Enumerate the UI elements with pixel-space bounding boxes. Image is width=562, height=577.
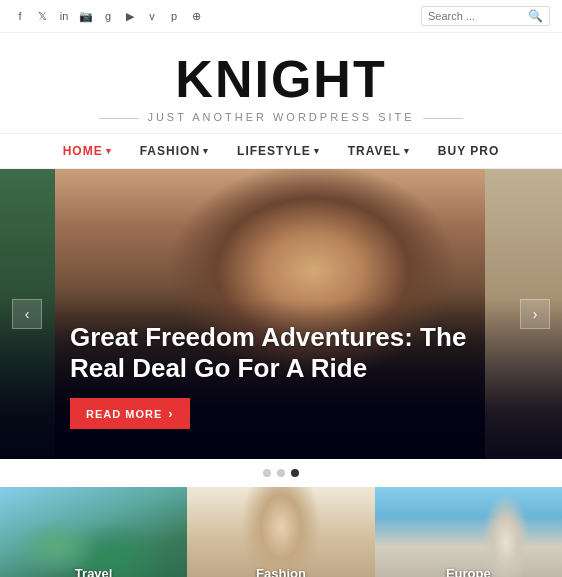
- nav-label-travel: TRAVEL: [348, 144, 401, 158]
- cards-row: Travel Fashion Europe: [0, 487, 562, 577]
- card-europe-label: Europe: [375, 566, 562, 577]
- card-travel-image: [0, 487, 187, 577]
- slider-dot-1[interactable]: [263, 469, 271, 477]
- nav-item-buy-pro[interactable]: BUY PRO: [438, 144, 499, 158]
- linkedin-icon[interactable]: in: [56, 8, 72, 24]
- googleplus-icon[interactable]: g: [100, 8, 116, 24]
- hero-read-more-button[interactable]: READ MORE ›: [70, 398, 190, 429]
- nav-item-home[interactable]: HOME ▾: [63, 144, 112, 158]
- pinterest-icon[interactable]: p: [166, 8, 182, 24]
- slider-dots: [0, 459, 562, 487]
- instagram-icon[interactable]: 📷: [78, 8, 94, 24]
- twitter-icon[interactable]: 𝕏: [34, 8, 50, 24]
- card-fashion[interactable]: Fashion: [187, 487, 374, 577]
- search-button[interactable]: 🔍: [528, 9, 543, 23]
- search-input[interactable]: [428, 10, 528, 22]
- chevron-down-icon: ▾: [314, 146, 320, 156]
- nav-label-home: HOME: [63, 144, 103, 158]
- hero-button-label: READ MORE: [86, 408, 162, 420]
- hero-title: Great Freedom Adventures: The Real Deal …: [70, 322, 472, 384]
- card-fashion-label: Fashion: [187, 566, 374, 577]
- chevron-down-icon: ▾: [106, 146, 112, 156]
- card-travel-label: Travel: [0, 566, 187, 577]
- main-nav: HOME ▾ FASHION ▾ LIFESTYLE ▾ TRAVEL ▾ BU…: [0, 134, 562, 169]
- hero-content: Great Freedom Adventures: The Real Deal …: [70, 322, 472, 429]
- nav-label-buy-pro: BUY PRO: [438, 144, 499, 158]
- nav-item-lifestyle[interactable]: LIFESTYLE ▾: [237, 144, 320, 158]
- card-fashion-image: [187, 487, 374, 577]
- site-title: KNIGHT: [0, 53, 562, 105]
- social-icons-group: f 𝕏 in 📷 g ▶ v p ⊕: [12, 8, 204, 24]
- site-tagline: JUST ANOTHER WORDPRESS SITE: [0, 111, 562, 123]
- card-europe[interactable]: Europe: [375, 487, 562, 577]
- nav-item-travel[interactable]: TRAVEL ▾: [348, 144, 410, 158]
- slider-dot-2[interactable]: [277, 469, 285, 477]
- facebook-icon[interactable]: f: [12, 8, 28, 24]
- vimeo-icon[interactable]: v: [144, 8, 160, 24]
- card-europe-image: [375, 487, 562, 577]
- slider-dot-3[interactable]: [291, 469, 299, 477]
- search-box: 🔍: [421, 6, 550, 26]
- youtube-icon[interactable]: ▶: [122, 8, 138, 24]
- nav-label-lifestyle: LIFESTYLE: [237, 144, 311, 158]
- card-travel[interactable]: Travel: [0, 487, 187, 577]
- nav-item-fashion[interactable]: FASHION ▾: [140, 144, 209, 158]
- slider-next-button[interactable]: ›: [520, 299, 550, 329]
- top-bar: f 𝕏 in 📷 g ▶ v p ⊕ 🔍: [0, 0, 562, 33]
- slider-prev-button[interactable]: ‹: [12, 299, 42, 329]
- arrow-right-icon: ›: [168, 406, 173, 421]
- nav-label-fashion: FASHION: [140, 144, 200, 158]
- chevron-down-icon: ▾: [404, 146, 410, 156]
- hero-slider: ‹ › Great Freedom Adventures: The Real D…: [0, 169, 562, 459]
- rss-icon[interactable]: ⊕: [188, 8, 204, 24]
- chevron-down-icon: ▾: [203, 146, 209, 156]
- site-header: KNIGHT JUST ANOTHER WORDPRESS SITE: [0, 33, 562, 134]
